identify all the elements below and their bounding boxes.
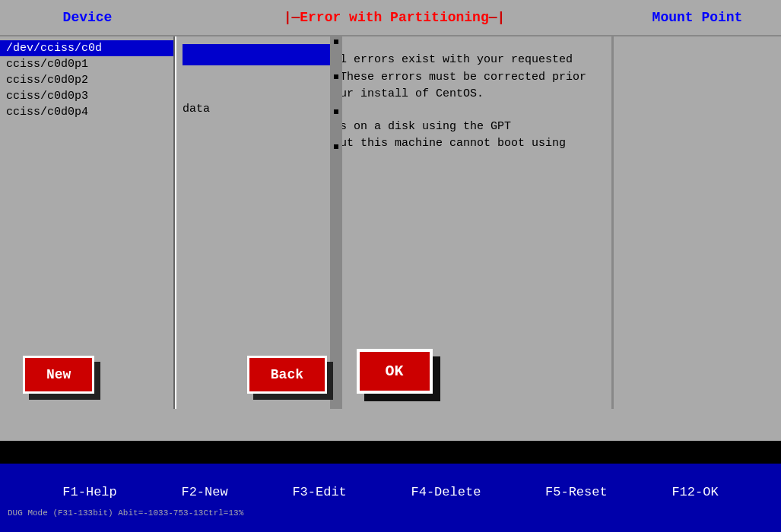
new-button-area: New	[23, 356, 94, 394]
main-screen: Device |— Error with Partitioning —| Mou…	[0, 0, 781, 441]
footer-keys-row: F1-Help F2-New F3-Edit F4-Delete F5-Rese…	[0, 477, 781, 507]
right-scrollbar[interactable]	[330, 36, 342, 409]
footer-hint: DUG Mode (F31-133bit) Abit=-1033-753-13C…	[0, 507, 781, 519]
error-dialog-header: |— Error with Partitioning —|	[175, 0, 614, 35]
header-divider-left: |—	[284, 10, 300, 25]
new-button[interactable]: New	[23, 356, 94, 394]
footer-key-f3[interactable]: F3-Edit	[292, 485, 346, 499]
scrollbar-dot-1	[334, 40, 338, 44]
device-header-label: Device	[63, 10, 113, 25]
mountpoint-item-1	[176, 85, 342, 101]
ok-button-wrapper: OK	[357, 349, 433, 394]
ok-button[interactable]: OK	[357, 349, 433, 394]
scrollbar-dot-4	[334, 144, 338, 149]
back-button-wrapper: Back	[247, 356, 327, 394]
footer-key-f12[interactable]: F12-OK	[671, 485, 718, 499]
back-button[interactable]: Back	[247, 356, 327, 394]
device-panel: /dev/cciss/c0d cciss/c0d0p1 cciss/c0d0p2…	[0, 36, 175, 409]
mountpoint-column-header: Mount Point	[614, 0, 781, 35]
new-button-wrapper: New	[23, 356, 94, 394]
device-item-2[interactable]: cciss/c0d0p2	[0, 72, 173, 88]
footer: F1-Help F2-New F3-Edit F4-Delete F5-Rese…	[0, 464, 781, 532]
header-divider-right: —|	[489, 10, 506, 25]
back-button-area: Back	[247, 356, 327, 394]
device-item-4[interactable]: cciss/c0d0p4	[0, 104, 173, 120]
device-item-0[interactable]: /dev/cciss/c0d	[0, 40, 173, 56]
scrollbar-dot-3	[334, 109, 338, 114]
mountpoint-item-0	[176, 69, 342, 85]
content-area: /dev/cciss/c0d cciss/c0d0p1 cciss/c0d0p2…	[0, 36, 781, 409]
header-row: Device |— Error with Partitioning —| Mou…	[0, 0, 781, 36]
mountpoint-highlight	[183, 44, 336, 65]
mountpoint-header-label: Mount Point	[652, 10, 743, 25]
device-item-3[interactable]: cciss/c0d0p3	[0, 88, 173, 104]
device-column-header: Device	[0, 0, 175, 35]
footer-key-f5[interactable]: F5-Reset	[545, 485, 608, 499]
scrollbar-dot-2	[334, 74, 338, 79]
footer-key-f4[interactable]: F4-Delete	[411, 485, 481, 499]
error-header-label: Error with Partitioning	[300, 10, 488, 25]
footer-key-f2[interactable]: F2-New	[181, 485, 227, 499]
mountpoint-panel: data Back	[175, 36, 342, 409]
footer-key-f1[interactable]: F1-Help	[62, 485, 116, 499]
mountpoint-item-2: data	[176, 101, 342, 117]
device-item-1[interactable]: cciss/c0d0p1	[0, 56, 173, 72]
